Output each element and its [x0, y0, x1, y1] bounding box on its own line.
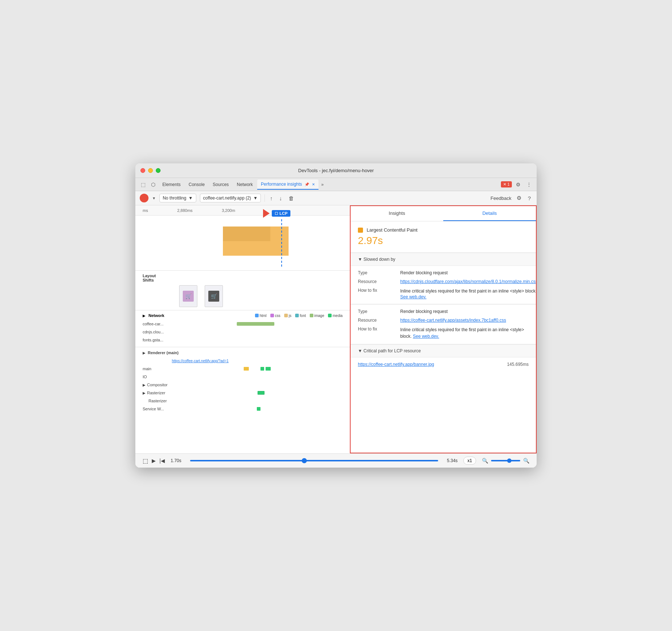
timeline-scrubber[interactable] — [190, 460, 438, 461]
legend-image: image — [310, 314, 324, 318]
slowed-down-header[interactable]: ▼ Slowed down by — [351, 253, 536, 266]
detail-grid-1: Type Render blocking request Resource ht… — [351, 266, 536, 304]
resource-link-2[interactable]: https://coffee-cart.netlify.app/assets/i… — [400, 318, 529, 323]
io-label: IO — [143, 375, 147, 379]
feedback-link[interactable]: Feedback — [491, 196, 511, 201]
fix-link-2[interactable]: See web.dev. — [413, 334, 439, 339]
network-row-label-fonts: fonts.gsta... — [143, 338, 172, 342]
renderer-url-row: https://coffee-cart.netlify.app/?ad=1 — [135, 357, 350, 365]
flame-bar-2 — [260, 367, 264, 371]
more-tabs-button[interactable]: » — [319, 181, 326, 189]
title-bar: DevTools - jec.fyi/demo/menu-hover — [135, 163, 537, 178]
skip-to-start-button[interactable]: |◀ — [159, 458, 165, 464]
toolbar-separator — [264, 194, 265, 202]
tab-performance-insights[interactable]: Performance insights 📌 ✕ — [257, 179, 318, 190]
tab-sources[interactable]: Sources — [209, 180, 232, 189]
more-options-icon[interactable]: ⋮ — [524, 180, 534, 189]
close-button[interactable] — [140, 168, 145, 173]
network-row-coffee[interactable]: coffee-car... — [135, 320, 350, 328]
insights-panel: Insights Details Largest Contentful Pain… — [351, 205, 537, 453]
minimize-button[interactable] — [148, 168, 153, 173]
legend-html: html — [255, 314, 267, 318]
devtools-window: DevTools - jec.fyi/demo/menu-hover ⬚ ⬡ E… — [135, 163, 537, 468]
zoom-out-icon[interactable]: 🔍 — [482, 458, 488, 464]
upload-button[interactable]: ↑ — [269, 194, 274, 203]
renderer-expand-icon[interactable]: ▶ — [143, 351, 146, 355]
network-row-cdnjs[interactable]: cdnjs.clou... — [135, 328, 350, 336]
window-controls — [140, 168, 161, 173]
screenshot-icon[interactable]: ⬚ — [143, 457, 148, 464]
renderer-main-label: main — [143, 367, 172, 371]
thumbnail-1[interactable]: 🛒 — [179, 285, 197, 307]
network-header: ▶ Network html css js — [135, 313, 350, 320]
insights-tabs: Insights Details — [351, 206, 536, 221]
devtools-tab-bar: ⬚ ⬡ Elements Console Sources Network Per… — [135, 178, 537, 191]
chart-bars — [143, 219, 347, 267]
lcp-dashed-line — [281, 219, 282, 267]
renderer-main-row: main — [135, 365, 350, 373]
legend-js: js — [284, 314, 291, 318]
network-label: Network — [148, 313, 164, 318]
maximize-button[interactable] — [156, 168, 161, 173]
legend-media: media — [328, 314, 343, 318]
profile-select[interactable]: coffee-cart.netlify.app (2) ▼ — [200, 194, 261, 202]
service-worker-bar-area — [164, 406, 343, 411]
renderer-url[interactable]: https://coffee-cart.netlify.app/?ad=1 — [172, 359, 229, 363]
renderer-label: Renderer (main) — [148, 351, 178, 355]
lcp-badge[interactable]: ☐ LCP — [272, 210, 290, 217]
scrubber-thumb[interactable] — [302, 458, 307, 463]
network-bar-area-fonts — [172, 337, 343, 342]
settings-icon[interactable]: ⚙ — [513, 180, 523, 189]
timeline-ruler: ms 2,880ms 3,200m — [135, 205, 350, 216]
critical-path-row: https://coffee-cart.netlify.app/banner.j… — [358, 362, 529, 367]
network-expand-icon[interactable]: ▶ — [143, 314, 146, 318]
profile-chevron: ▼ — [253, 196, 258, 201]
net-bar-coffee — [237, 322, 274, 326]
zoom-in-icon[interactable]: 🔍 — [523, 458, 529, 464]
tab-insights[interactable]: Insights — [351, 206, 443, 221]
settings-gear-icon[interactable]: ⚙ — [515, 193, 523, 203]
critical-path-header[interactable]: ▼ Critical path for LCP resource — [351, 344, 536, 357]
type-value-2: Render blocking request — [400, 309, 529, 314]
bottom-bar: ⬚ ▶ |◀ 1.70s 5.34s x1 🔍 🔍 — [135, 453, 537, 468]
tab-console[interactable]: Console — [185, 180, 208, 189]
network-bar-area-cdnjs — [172, 329, 343, 334]
tab-elements[interactable]: Elements — [159, 180, 184, 189]
speed-selector[interactable]: x1 — [463, 457, 476, 465]
error-count-badge[interactable]: ✕ 1 — [501, 181, 512, 187]
ruler-label-ms: ms — [143, 208, 148, 213]
close-tab-icon[interactable]: ✕ — [312, 182, 315, 186]
compositor-label: Compositor — [147, 383, 167, 387]
play-button[interactable]: ▶ — [152, 458, 156, 464]
critical-path-section: https://coffee-cart.netlify.app/banner.j… — [351, 357, 536, 371]
thumbnail-2[interactable]: 🛒 — [205, 285, 223, 307]
throttling-select[interactable]: No throttling ▼ — [159, 194, 196, 202]
rasterizer-expand-icon[interactable]: ▶ — [143, 391, 146, 395]
rasterizer-row-1: ▶ Rasterizer — [135, 389, 350, 397]
renderer-section: ▶ Renderer (main) https://coffee-cart.ne… — [135, 347, 350, 414]
network-legend: html css js font — [255, 314, 343, 318]
resource-link-1[interactable]: https://cdnjs.cloudflare.com/ajax/libs/n… — [400, 279, 536, 284]
compositor-expand-icon[interactable]: ▶ — [143, 383, 146, 387]
delete-button[interactable]: 🗑 — [287, 194, 296, 203]
zoom-thumb[interactable] — [507, 458, 511, 463]
thumbnail-2-image: 🛒 — [208, 291, 219, 302]
cursor-icon[interactable]: ⬚ — [138, 180, 148, 189]
lcp-marker: ☐ LCP — [263, 209, 290, 218]
help-icon[interactable]: ? — [526, 194, 532, 203]
renderer-header-row: ▶ Renderer (main) — [135, 349, 350, 357]
network-row-fonts[interactable]: fonts.gsta... — [135, 336, 350, 344]
network-section: ▶ Network html css js — [135, 310, 350, 347]
inspect-icon[interactable]: ⬡ — [148, 180, 158, 189]
record-chevron[interactable]: ▼ — [152, 196, 156, 200]
download-button[interactable]: ↓ — [278, 194, 284, 203]
fix-link-1[interactable]: See web.dev. — [400, 294, 426, 299]
resource-label-2: Resource — [358, 318, 394, 323]
zoom-slider[interactable] — [491, 460, 520, 461]
io-row: IO — [135, 373, 350, 381]
tab-network[interactable]: Network — [233, 180, 256, 189]
record-button[interactable] — [140, 194, 148, 202]
critical-path-link[interactable]: https://coffee-cart.netlify.app/banner.j… — [358, 362, 434, 367]
tab-details[interactable]: Details — [443, 206, 536, 221]
playback-controls: ⬚ ▶ |◀ — [143, 457, 165, 464]
